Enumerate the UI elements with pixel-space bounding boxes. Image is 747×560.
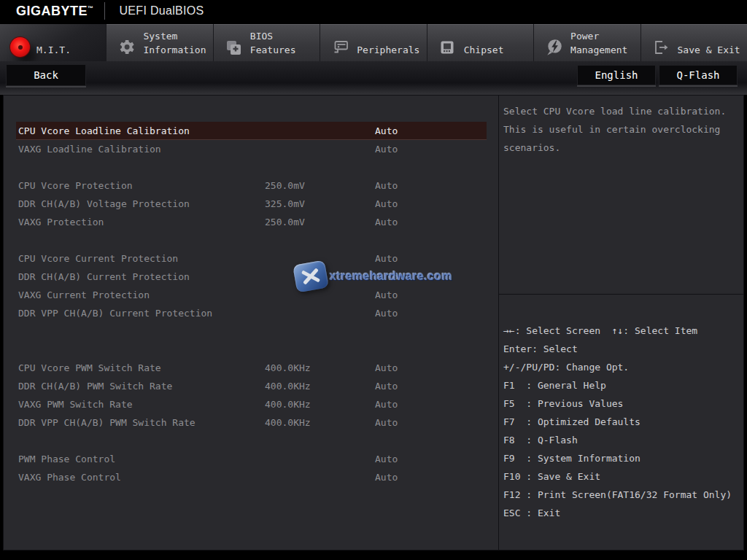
tab-chipset[interactable]: Chipset [427, 24, 534, 61]
setting-row[interactable]: CPU Vcore Protection250.0mVAuto [4, 176, 498, 195]
setting-row[interactable]: CPU Vcore PWM Switch Rate400.0KHzAuto [4, 359, 498, 377]
setting-row[interactable]: PWM Phase ControlAuto [4, 450, 498, 468]
tab-mit[interactable]: M.I.T. [0, 24, 107, 61]
setting-option: Auto [375, 176, 398, 195]
setting-row[interactable]: VAXG Phase ControlAuto [4, 468, 498, 486]
setting-option: Auto [375, 249, 398, 268]
row-spacer [4, 158, 498, 176]
setting-option: Auto [375, 213, 398, 231]
tab-peripherals[interactable]: Peripherals [320, 24, 427, 61]
setting-value: 400.0KHz [265, 359, 311, 377]
tab-save-exit[interactable]: Save & Exit [641, 24, 747, 61]
setting-option: Auto [375, 140, 398, 158]
setting-label: DDR CH(A/B) PWM Switch Rate [18, 377, 172, 395]
setting-row[interactable]: DDR VPP CH(A/B) PWM Switch Rate400.0KHzA… [4, 413, 498, 432]
setting-row[interactable]: DDR CH(A/B) PWM Switch Rate400.0KHzAuto [4, 377, 498, 395]
setting-option: Auto [375, 122, 398, 140]
tab-label: System Information [143, 29, 212, 58]
hotkey-line: F1 : General Help [503, 376, 743, 394]
hotkey-line: F9 : System Information [503, 449, 743, 467]
language-button[interactable]: English [577, 65, 656, 85]
setting-value: 400.0KHz [265, 377, 311, 395]
tab-power-management[interactable]: Power Management [534, 24, 640, 61]
setting-label: VAXG Current Protection [18, 286, 150, 304]
row-spacer [4, 341, 498, 359]
mouse-icon [330, 37, 350, 57]
setting-label: DDR VPP CH(A/B) Current Protection [18, 304, 212, 322]
hotkey-line: F7 : Optimized Defaults [503, 413, 743, 431]
gear-icon [117, 37, 136, 57]
tab-system-information[interactable]: System Information [107, 24, 213, 61]
setting-option: Auto [375, 286, 398, 304]
setting-value: 400.0KHz [265, 413, 311, 432]
settings-list: CPU Vcore Loadline CalibrationAutoVAXG L… [4, 122, 498, 486]
hotkey-legend: →←: Select Screen ↑↓: Select ItemEnter: … [499, 295, 743, 550]
setting-row[interactable]: DDR CH(A/B) Current ProtectionAuto [4, 268, 498, 286]
right-panel: Select CPU Vcore load line calibration. … [498, 96, 743, 550]
setting-label: CPU Vcore PWM Switch Rate [18, 359, 161, 377]
setting-label: VAXG Phase Control [18, 468, 121, 486]
row-spacer [4, 432, 498, 450]
setting-option: Auto [375, 450, 398, 468]
setting-label: PWM Phase Control [18, 450, 115, 468]
tab-bar: M.I.T.System InformationBIOS FeaturesPer… [0, 24, 747, 61]
setting-row[interactable]: DDR CH(A/B) Voltage Protection325.0mVAut… [4, 195, 498, 213]
tab-label: Chipset [464, 43, 504, 58]
setting-label: DDR VPP CH(A/B) PWM Switch Rate [18, 413, 196, 432]
hotkey-line: F10 : Save & Exit [503, 467, 743, 486]
setting-label: DDR CH(A/B) Current Protection [18, 268, 190, 286]
tab-label: Power Management [570, 29, 640, 58]
setting-label: VAXG Protection [18, 213, 104, 231]
bolt-icon [544, 37, 564, 57]
bios-icon [224, 37, 244, 57]
setting-row[interactable]: VAXG PWM Switch Rate400.0KHzAuto [4, 395, 498, 413]
page-title: UEFI DualBIOS [120, 4, 204, 18]
chip-icon [438, 37, 457, 57]
header-bar: GIGABYTE™ UEFI DualBIOS [0, 0, 747, 22]
tab-label: Save & Exit [678, 43, 740, 58]
hotkey-line: →←: Select Screen ↑↓: Select Item [503, 322, 743, 340]
row-spacer [4, 231, 498, 249]
gigabyte-logo: GIGABYTE™ [16, 4, 94, 19]
mit-dot-icon [10, 37, 30, 57]
header-divider [104, 2, 105, 20]
setting-label: CPU Vcore Current Protection [18, 249, 178, 268]
setting-option: Auto [375, 413, 398, 432]
setting-option: Auto [375, 268, 398, 286]
setting-option: Auto [375, 304, 398, 322]
setting-label: CPU Vcore Loadline Calibration [18, 122, 190, 140]
tab-label: BIOS Features [250, 29, 320, 58]
help-text: Select CPU Vcore load line calibration. … [503, 102, 747, 157]
qflash-button[interactable]: Q-Flash [659, 65, 738, 85]
setting-row[interactable]: VAXG Loadline CalibrationAuto [4, 140, 498, 158]
row-spacer [4, 322, 498, 341]
hotkey-line: Enter: Select [503, 340, 743, 358]
help-box: Select CPU Vcore load line calibration. … [499, 96, 743, 295]
trademark-symbol: ™ [88, 5, 94, 12]
setting-label: CPU Vcore Protection [18, 176, 133, 195]
hotkey-line: F5 : Previous Values [503, 394, 743, 413]
setting-label: VAXG PWM Switch Rate [18, 395, 133, 413]
setting-row[interactable]: VAXG Protection250.0mVAuto [4, 213, 498, 231]
setting-row[interactable]: CPU Vcore Current ProtectionAuto [4, 249, 498, 268]
setting-row[interactable]: CPU Vcore Loadline CalibrationAuto [4, 122, 498, 140]
hotkey-line: F12 : Print Screen(FAT16/32 Format Only) [503, 486, 743, 504]
setting-value: 250.0mV [265, 176, 305, 195]
hotkey-line: +/-/PU/PD: Change Opt. [503, 358, 743, 376]
tab-label: M.I.T. [36, 43, 71, 58]
setting-label: DDR CH(A/B) Voltage Protection [18, 195, 190, 213]
tab-label: Peripherals [357, 43, 419, 58]
hotkey-line: F8 : Q-Flash [503, 431, 743, 449]
setting-option: Auto [375, 395, 398, 413]
setting-row[interactable]: DDR VPP CH(A/B) Current ProtectionAuto [4, 304, 498, 322]
setting-value: 250.0mV [265, 213, 305, 231]
setting-option: Auto [375, 359, 398, 377]
setting-value: 400.0KHz [265, 395, 311, 413]
setting-label: VAXG Loadline Calibration [18, 140, 161, 158]
setting-option: Auto [375, 468, 398, 486]
setting-value: 325.0mV [265, 195, 305, 213]
tab-bios-features[interactable]: BIOS Features [214, 24, 320, 61]
back-button[interactable]: Back [6, 64, 86, 86]
setting-row[interactable]: VAXG Current ProtectionAuto [4, 286, 498, 304]
toolbar: Back English Q-Flash [0, 61, 747, 95]
